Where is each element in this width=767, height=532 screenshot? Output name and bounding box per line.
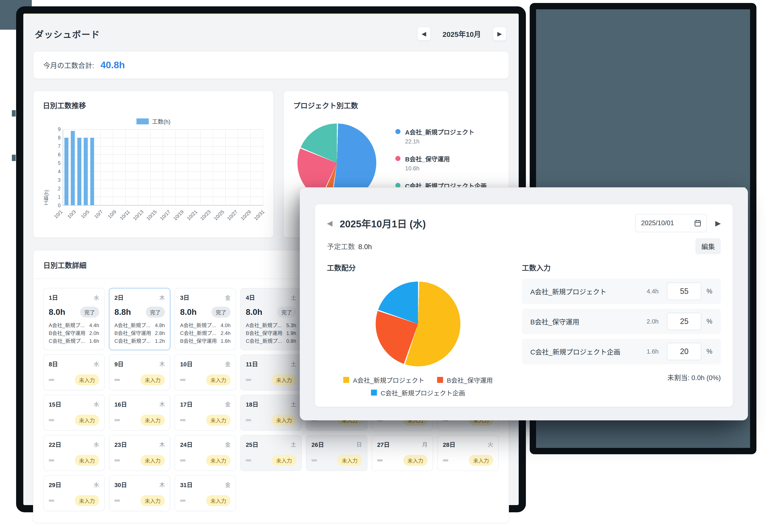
hours-input-row: C会社_新規プロジェクト企画1.6h20% (522, 339, 721, 364)
day-number: 18日 (246, 400, 258, 408)
day-total-hours: 8.0h (246, 307, 262, 317)
day-card[interactable]: 1日水8.0h完了A会社_新規プ...4.4hB会社_保守運用2.0hC会社_新… (43, 288, 105, 350)
day-total-hours: 8.0h (180, 307, 197, 317)
empty-dash (443, 459, 448, 461)
day-card[interactable]: 30日木未入力 (109, 475, 170, 511)
day-card[interactable]: 27日月未入力 (372, 435, 433, 471)
day-card[interactable]: 11日土未入力 (240, 354, 302, 390)
day-number: 22日 (49, 440, 61, 449)
day-card[interactable]: 29日水未入力 (43, 475, 105, 511)
unassigned-label: 未割当: 0.0h (0%) (522, 372, 721, 382)
day-number: 8日 (49, 360, 58, 368)
day-card[interactable]: 26日日未入力 (306, 435, 367, 471)
empty-dash (311, 459, 317, 461)
day-weekday: 金 (225, 400, 231, 408)
status-badge: 完了 (277, 307, 296, 318)
day-card[interactable]: 3日金8.0h完了A会社_新規プ...4.0hC会社_新規プ...2.4hB会社… (175, 288, 236, 350)
project-hours: 4.4h (647, 288, 659, 295)
legend-project-hours: 10.6h (405, 165, 450, 172)
day-project-hours: 2.8h (155, 329, 165, 337)
day-card[interactable]: 31日金未入力 (175, 475, 236, 511)
day-number: 30日 (114, 480, 127, 489)
day-weekday: 水 (94, 440, 99, 448)
prev-day-icon[interactable]: ◀ (327, 219, 332, 227)
next-day-icon[interactable]: ▶ (715, 219, 721, 227)
project-name: A会社_新規プロジェクト (530, 286, 647, 296)
x-tick-label: 10/13 (132, 209, 145, 222)
day-project-name: A会社_新規プ... (246, 321, 282, 329)
day-weekday: 木 (159, 360, 165, 368)
day-dash-row: 未入力 (246, 415, 296, 426)
day-card-top: 2日木 (114, 293, 165, 301)
bar (64, 138, 68, 205)
day-card[interactable]: 4日土8.0h完了A会社_新規プ...5.3hB会社_保守運用1.9hC会社_新… (240, 288, 302, 350)
day-card[interactable]: 28日火未入力 (437, 435, 499, 471)
status-badge: 未入力 (75, 495, 99, 506)
day-card[interactable]: 10日金未入力 (175, 354, 236, 390)
legend-item: C会社_新規プロジェクト企画 (371, 388, 465, 397)
planned-hours-label: 予定工数 (327, 241, 355, 251)
legend-project-name: A会社_新規プロジェクト (353, 375, 424, 385)
empty-dash (180, 419, 186, 421)
day-hours-row: 8.0h完了 (246, 307, 296, 318)
legend-item: A会社_新規プロジェクト22.1h (395, 127, 487, 145)
pie-chart-title: プロジェクト別工数 (293, 100, 499, 110)
day-number: 3日 (180, 293, 189, 301)
status-badge: 未入力 (469, 455, 493, 466)
day-hours-row: 8.8h完了 (114, 307, 165, 318)
day-card[interactable]: 8日水未入力 (43, 354, 105, 390)
day-card[interactable]: 15日水未入力 (43, 395, 105, 431)
day-number: 29日 (49, 480, 61, 489)
status-badge: 未入力 (272, 455, 296, 466)
modal-header-right: 2025/10/01 ▶ (635, 214, 721, 232)
date-picker-input[interactable]: 2025/10/01 (635, 214, 707, 232)
hours-input-row: A会社_新規プロジェクト4.4h55% (522, 279, 721, 304)
monthly-total-value: 40.8h (100, 60, 125, 71)
day-number: 27日 (377, 440, 390, 449)
day-project-name: B会社_保守運用 (180, 337, 217, 345)
bar (77, 138, 81, 205)
x-tick-label: 10/25 (213, 209, 225, 222)
day-card-top: 8日水 (49, 360, 99, 368)
day-card[interactable]: 16日木未入力 (109, 395, 170, 431)
x-tick-label: 10/3 (66, 209, 77, 220)
day-total-hours: 8.8h (114, 307, 131, 317)
day-project-row: A会社_新規プ...4.4h (49, 321, 99, 329)
day-card-top: 18日土 (246, 400, 296, 408)
bar (71, 131, 75, 205)
prev-month-button[interactable]: ◀ (417, 27, 431, 41)
legend-label: 工数(h) (152, 117, 171, 125)
legend-row: C会社_新規プロジェクト企画 (371, 388, 465, 397)
day-card[interactable]: 2日木8.8h完了A会社_新規プ...4.8hB会社_保守運用2.8hC会社_新… (109, 288, 170, 350)
next-month-button[interactable]: ▶ (493, 27, 506, 41)
day-projects: A会社_新規プ...5.3hB会社_保守運用1.9hC会社_新規プ...0.8h (246, 321, 296, 345)
percent-input[interactable]: 55 (667, 283, 701, 300)
plot-area-wrap: 0123456789 (51, 129, 264, 206)
day-card[interactable]: 22日水未入力 (43, 435, 105, 471)
percent-input[interactable]: 25 (667, 313, 701, 330)
bar (84, 138, 88, 205)
project-name: C会社_新規プロジェクト企画 (530, 347, 647, 356)
day-card-top: 3日金 (180, 293, 231, 301)
day-number: 1日 (49, 293, 58, 301)
day-weekday: 木 (159, 293, 165, 301)
day-card[interactable]: 9日木未入力 (109, 354, 170, 390)
percent-suffix: % (706, 318, 712, 325)
day-dash-row: 未入力 (311, 455, 362, 466)
status-badge: 未入力 (140, 495, 165, 506)
day-hours-row: 8.0h完了 (180, 307, 231, 318)
day-card[interactable]: 23日木未入力 (109, 435, 170, 471)
calendar-icon (695, 220, 701, 226)
bar-chart-legend: 工数(h) (43, 117, 264, 125)
edit-button[interactable]: 編集 (695, 238, 721, 254)
day-card-top: 26日日 (311, 440, 362, 449)
percent-suffix: % (706, 288, 712, 295)
day-card[interactable]: 25日土未入力 (240, 435, 302, 471)
day-number: 17日 (180, 400, 193, 408)
day-card[interactable]: 24日金未入力 (175, 435, 236, 471)
day-dash-row: 未入力 (114, 374, 165, 385)
empty-dash (246, 459, 251, 461)
day-card[interactable]: 17日金未入力 (175, 395, 236, 431)
day-card[interactable]: 18日土未入力 (240, 395, 302, 431)
percent-input[interactable]: 20 (667, 343, 701, 360)
